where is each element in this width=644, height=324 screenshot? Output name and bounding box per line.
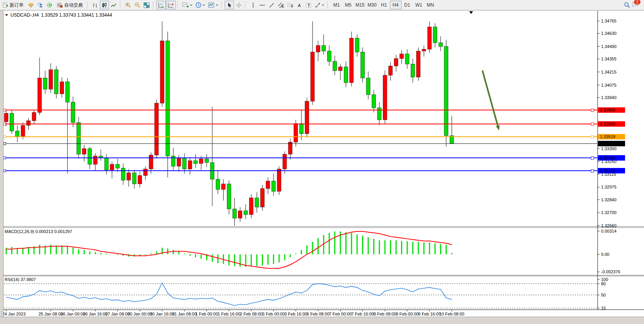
hline-left-handle[interactable]	[3, 170, 6, 172]
candle-body	[127, 173, 131, 180]
market-watch-icon	[28, 2, 34, 8]
hline-right-handle[interactable]	[591, 123, 594, 125]
timeframe-h1[interactable]: H1	[378, 1, 390, 9]
text-label-icon: T	[306, 2, 312, 8]
candlestick-mode-button[interactable]	[100, 1, 109, 9]
candle-body	[266, 181, 270, 189]
zoom-in-button[interactable]	[123, 1, 133, 9]
hline-right-handle[interactable]	[591, 170, 594, 172]
timeframe-w1[interactable]: W1	[413, 1, 425, 9]
timeframe-m5[interactable]: M5	[342, 1, 354, 9]
zoom-out-button[interactable]	[133, 1, 142, 9]
candle-body	[444, 46, 448, 135]
hline-left-handle[interactable]	[3, 123, 6, 125]
text-tool-button[interactable]: A	[295, 1, 304, 9]
svg-text:1.32700: 1.32700	[601, 210, 617, 215]
hline-right-handle[interactable]	[591, 135, 594, 138]
new-order-label: 新订单	[10, 2, 24, 9]
navigator-button[interactable]	[36, 1, 45, 9]
hline-right-handle[interactable]	[591, 157, 594, 159]
fibonacci-tool-button[interactable]: F	[285, 1, 295, 9]
candle-body	[372, 95, 376, 108]
horizontal-line-tool-button[interactable]	[258, 1, 267, 9]
new-order-button[interactable]: 新订单	[0, 1, 26, 9]
market-watch-button[interactable]	[26, 1, 36, 9]
autotrading-button[interactable]: 自动交易	[54, 1, 85, 9]
candle-body	[121, 168, 125, 180]
hline-left-handle[interactable]	[3, 135, 6, 138]
equidistant-channel-tool-button[interactable]: E	[276, 1, 285, 9]
horizontal-line-icon	[259, 2, 265, 8]
bar-chart-mode-button[interactable]	[91, 1, 100, 9]
candle-body	[411, 64, 415, 77]
chart-dropdown-icon[interactable]	[5, 14, 8, 17]
chart-shift-button[interactable]	[166, 1, 176, 9]
new-chart-button[interactable]	[181, 1, 194, 9]
line-chart-mode-button[interactable]	[109, 1, 118, 9]
candle-body	[405, 54, 409, 64]
chevron-down-icon	[216, 5, 218, 7]
hline-left-handle[interactable]	[3, 157, 6, 159]
autotrading-icon	[57, 2, 63, 8]
chevron-down-icon	[190, 5, 192, 7]
trendline-tool-button[interactable]	[267, 1, 276, 9]
toolbar-grip	[327, 2, 330, 9]
candle-body	[138, 175, 142, 184]
arrange-windows-button[interactable]	[142, 1, 151, 9]
notifications-button[interactable]: 1	[632, 2, 639, 9]
candle-body	[305, 101, 309, 134]
template-icon	[208, 2, 215, 8]
candle-body	[327, 51, 331, 61]
candle-body	[15, 131, 19, 136]
cursor-tool-button[interactable]	[225, 1, 234, 9]
signals-button[interactable]	[45, 1, 54, 9]
candle-body	[55, 70, 58, 94]
svg-text:1.34765: 1.34765	[601, 19, 617, 23]
candle-body	[27, 121, 31, 125]
svg-text:1.34630: 1.34630	[601, 31, 617, 36]
vertical-line-tool-button[interactable]	[248, 1, 258, 9]
zoom-out-icon	[134, 2, 140, 8]
timeframe-m30[interactable]: M30	[366, 1, 378, 9]
svg-text:1.33290: 1.33290	[600, 156, 615, 160]
timeframe-m15[interactable]: M15	[354, 1, 366, 9]
search-button[interactable]	[622, 1, 632, 9]
svg-text:1.34075: 1.34075	[601, 83, 617, 87]
templates-button[interactable]	[207, 1, 220, 9]
cursor-icon	[227, 2, 232, 8]
candle-body	[4, 113, 8, 122]
text-icon: A	[297, 2, 302, 8]
svg-text:1.32560: 1.32560	[601, 223, 617, 228]
svg-text:1.34215: 1.34215	[601, 70, 617, 74]
arrows-tool-button[interactable]	[313, 1, 326, 9]
svg-text:1.33390: 1.33390	[601, 146, 617, 151]
candle-body	[350, 38, 354, 82]
candle-body	[272, 181, 275, 191]
candle-body	[244, 211, 248, 215]
timeframe-m1[interactable]: M1	[331, 1, 342, 9]
hline-right-handle[interactable]	[591, 109, 594, 111]
date-tick-label: 30 Jan 00:00	[128, 312, 152, 316]
candle-body	[88, 149, 92, 165]
candle-body	[277, 169, 281, 192]
svg-text:1.33444: 1.33444	[600, 141, 615, 146]
date-tick-label: 9 Feb 16:00	[418, 312, 441, 316]
date-tick-label: 24 Jan 2023	[2, 312, 26, 316]
candle-body	[65, 82, 69, 102]
navigator-icon	[37, 2, 43, 8]
date-tick-label: 7 Feb 16:00	[351, 312, 374, 316]
candle-body	[283, 154, 287, 169]
annotation-arrow[interactable]	[482, 70, 500, 130]
crosshair-tool-button[interactable]	[234, 1, 243, 9]
hline-left-handle[interactable]	[3, 109, 6, 111]
timeframe-d1[interactable]: D1	[401, 1, 413, 9]
arrange-windows-icon	[143, 2, 150, 8]
timeframe-h4[interactable]: H4	[390, 1, 401, 9]
periods-button[interactable]	[194, 1, 207, 9]
candle-body	[355, 38, 359, 52]
timeframe-mn[interactable]: MN	[425, 1, 436, 9]
candle-body	[21, 125, 25, 137]
text-label-tool-button[interactable]: T	[304, 1, 313, 9]
auto-scroll-button[interactable]	[156, 1, 166, 9]
svg-text:1.32975: 1.32975	[601, 185, 617, 189]
